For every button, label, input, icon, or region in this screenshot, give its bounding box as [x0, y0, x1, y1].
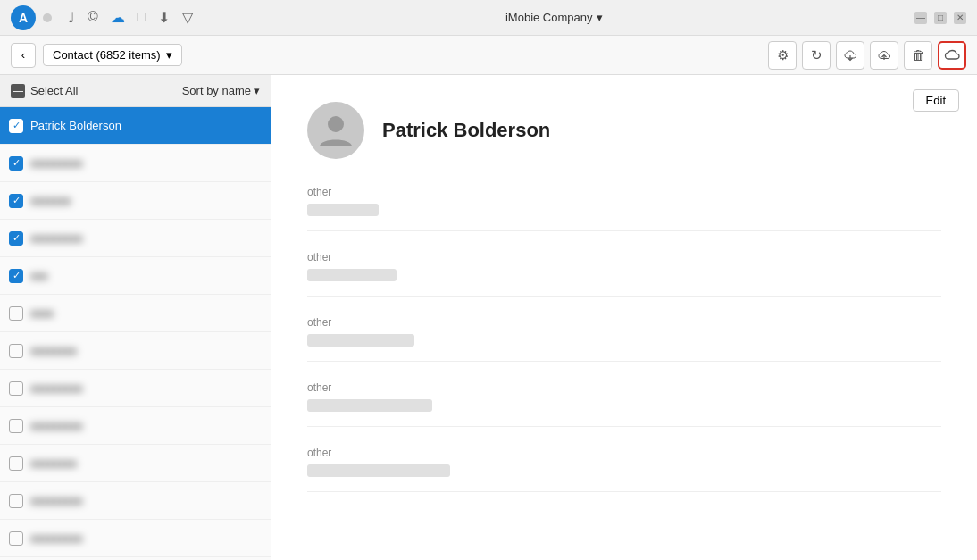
- list-item-name: xxxxxxxx: [30, 344, 262, 357]
- list-item-name: Patrick Bolderson: [30, 119, 262, 132]
- download-nav-icon[interactable]: ⬇: [158, 9, 170, 26]
- list-item[interactable]: xxxxxxxxx: [0, 370, 271, 407]
- toolbar-right: ⚙ ↻ 🗑: [768, 41, 966, 70]
- titlebar: A ♩ © ☁ □ ⬇ ▽ iMobie Company ▾ — □ ✕: [0, 0, 977, 36]
- checkbox-unchecked: [9, 494, 23, 508]
- refresh-button[interactable]: ↻: [802, 41, 831, 70]
- field-section: other: [307, 251, 941, 297]
- select-all-icon: —: [11, 84, 25, 98]
- list-item[interactable]: xxxxxxxxx: [0, 520, 271, 557]
- checkbox-checked-white: ✓: [9, 119, 23, 133]
- list-item[interactable]: ✓Patrick Bolderson: [0, 107, 271, 145]
- checkbox-unchecked: [9, 344, 23, 358]
- maximize-button[interactable]: □: [934, 12, 947, 24]
- select-all-label: Select All: [30, 84, 78, 97]
- field-value: [307, 269, 397, 281]
- select-all-control[interactable]: — Select All: [11, 84, 78, 98]
- list-item[interactable]: ✓ xxxxxxx: [0, 182, 271, 220]
- list-item-name: xxxxxxxxx: [30, 231, 262, 245]
- checkbox-unchecked: [9, 306, 23, 321]
- checkbox-unchecked: [9, 419, 23, 433]
- avatar: [307, 102, 364, 159]
- fields-container: otherotherotherotherother: [307, 186, 941, 492]
- field-label: other: [307, 186, 941, 198]
- list-item[interactable]: xxxxxxxxx: [0, 482, 271, 520]
- close-button[interactable]: ✕: [954, 12, 966, 24]
- list-item[interactable]: xxxxxxxx: [0, 332, 271, 370]
- field-value: [307, 464, 450, 477]
- field-value: [307, 204, 379, 216]
- field-value: [307, 334, 414, 347]
- checkbox-checked: ✓: [9, 269, 23, 283]
- device-icon[interactable]: □: [138, 9, 146, 26]
- contact-dropdown-label: Contact (6852 items): [53, 48, 161, 62]
- content-area: Edit Patrick Bolderson otherotherotherot…: [271, 75, 977, 560]
- list-item[interactable]: xxxxxxxx: [0, 445, 271, 482]
- list-item-name: xxxxxxxxx: [30, 419, 262, 432]
- titlebar-left: A ♩ © ☁ □ ⬇ ▽: [11, 5, 193, 30]
- field-label: other: [307, 447, 941, 459]
- svg-point-2: [328, 116, 344, 132]
- checkbox-unchecked: [9, 381, 23, 396]
- list-item[interactable]: ✓ xxxxxxxxx: [0, 220, 271, 257]
- list-item-name: xxxxxxxxx: [30, 381, 262, 395]
- field-label: other: [307, 251, 941, 263]
- field-section: other: [307, 316, 941, 362]
- titlebar-dot-1: [43, 13, 52, 22]
- dropdown-arrow-icon: ▾: [166, 48, 172, 62]
- toolbar-left: ‹ Contact (6852 items) ▾: [11, 43, 182, 68]
- avatar-icon: [320, 113, 352, 148]
- sidebar-header: — Select All Sort by name ▾: [0, 75, 271, 107]
- titlebar-nav-icons: ♩ © ☁ □ ⬇ ▽: [68, 9, 193, 26]
- cloud-nav-icon[interactable]: ☁: [111, 9, 125, 26]
- upload-cloud-icon: [877, 48, 891, 63]
- back-button[interactable]: ‹: [11, 43, 36, 68]
- sort-arrow-icon: ▾: [254, 84, 260, 97]
- list-item[interactable]: xxxxxxxxx: [0, 407, 271, 445]
- apparel-icon[interactable]: ▽: [182, 9, 193, 26]
- list-item-name: xxx: [30, 269, 262, 282]
- title-chevron[interactable]: ▾: [597, 11, 603, 24]
- main-area: — Select All Sort by name ▾ ✓Patrick Bol…: [0, 75, 977, 560]
- sidebar: — Select All Sort by name ▾ ✓Patrick Bol…: [0, 75, 271, 560]
- field-section: other: [307, 186, 941, 231]
- sidebar-list: ✓Patrick Bolderson✓ xxxxxxxxx✓ xxxxxxx✓ …: [0, 107, 271, 560]
- trash-button[interactable]: 🗑: [904, 41, 932, 70]
- list-item-name: xxxxxxxxx: [30, 494, 262, 507]
- checkbox-checked: ✓: [9, 194, 23, 208]
- toolbar: ‹ Contact (6852 items) ▾ ⚙ ↻ 🗑: [0, 36, 977, 75]
- sort-by-button[interactable]: Sort by name ▾: [182, 84, 260, 97]
- minimize-button[interactable]: —: [914, 12, 927, 24]
- copyright-icon[interactable]: ©: [88, 9, 98, 26]
- edit-button[interactable]: Edit: [913, 89, 959, 112]
- upload-cloud-button[interactable]: [870, 41, 898, 70]
- list-item-name: xxxxxxxxx: [30, 531, 262, 545]
- contact-name: Patrick Bolderson: [382, 119, 550, 142]
- cloud-upload-button[interactable]: [938, 41, 966, 70]
- list-item-name: xxxxxxxx: [30, 456, 262, 470]
- contact-header: Patrick Bolderson: [307, 102, 941, 159]
- app-title: iMobie Company: [505, 11, 593, 24]
- settings-button[interactable]: ⚙: [768, 41, 797, 70]
- list-item-name: xxxx: [30, 306, 262, 320]
- cloud-icon: [944, 49, 960, 62]
- download-cloud-button[interactable]: [836, 41, 864, 70]
- app-icon[interactable]: A: [11, 5, 36, 30]
- titlebar-right: — □ ✕: [914, 12, 966, 24]
- music-icon[interactable]: ♩: [68, 9, 75, 26]
- field-section: other: [307, 381, 941, 427]
- contact-dropdown[interactable]: Contact (6852 items) ▾: [43, 44, 182, 66]
- list-item[interactable]: xxxx: [0, 295, 271, 332]
- download-cloud-icon: [843, 48, 857, 63]
- list-item[interactable]: ✓ xxx: [0, 257, 271, 295]
- field-label: other: [307, 381, 941, 394]
- list-item[interactable]: ✓ xxxxxxxxx: [0, 145, 271, 182]
- checkbox-checked: ✓: [9, 231, 23, 246]
- checkbox-unchecked: [9, 531, 23, 546]
- sort-label: Sort by name: [182, 84, 251, 97]
- list-item-name: xxxxxxx: [30, 194, 262, 207]
- checkbox-checked: ✓: [9, 156, 23, 171]
- field-label: other: [307, 316, 941, 329]
- checkbox-unchecked: [9, 456, 23, 471]
- field-section: other: [307, 447, 941, 492]
